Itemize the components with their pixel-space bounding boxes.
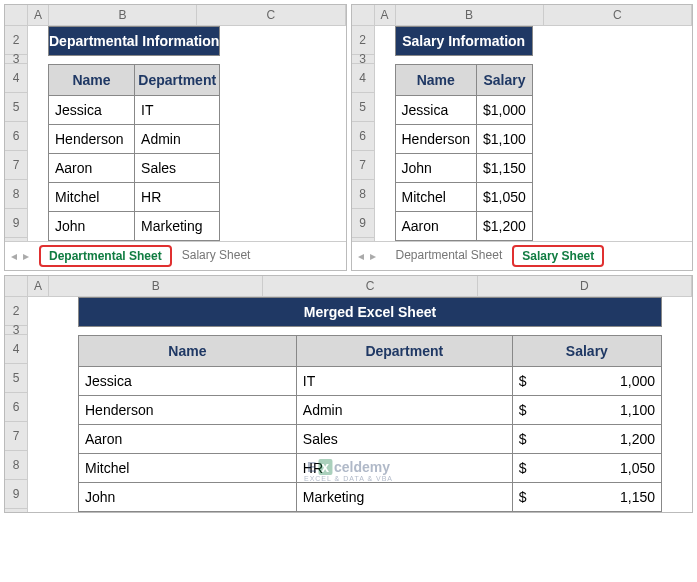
row-num[interactable]: 2: [5, 297, 27, 326]
merged-title: Merged Excel Sheet: [78, 297, 662, 327]
table-row[interactable]: John$1,150: [395, 154, 532, 183]
row-num[interactable]: 4: [5, 335, 27, 364]
column-headers: A B C D: [5, 276, 692, 297]
row-num[interactable]: 2: [352, 26, 374, 55]
col-b[interactable]: B: [49, 276, 263, 296]
table-row[interactable]: AaronSales$1,200: [79, 425, 662, 454]
row-num[interactable]: 4: [5, 64, 27, 93]
row-num[interactable]: 8: [352, 180, 374, 209]
row-num[interactable]: 6: [352, 122, 374, 151]
th-name[interactable]: Name: [395, 65, 477, 96]
col-a[interactable]: A: [375, 5, 396, 25]
row-num[interactable]: 8: [5, 451, 27, 480]
row-num[interactable]: 3: [352, 55, 374, 64]
tab-departmental[interactable]: Departmental Sheet: [39, 245, 172, 267]
sheet-tabs: ◂ ▸ Departmental Sheet Salary Sheet: [352, 241, 693, 270]
row-headers: 2 3 4 5 6 7 8 9: [352, 26, 375, 241]
table-row[interactable]: HendersonAdmin$1,100: [79, 396, 662, 425]
th-salary[interactable]: Salary: [512, 336, 661, 367]
table-row[interactable]: JohnMarketing$1,150: [79, 483, 662, 512]
merged-panel: A B C D 2 3 4 5 6 7 8 9 Merged Excel She…: [4, 275, 693, 513]
dept-title: Departmental Information: [48, 26, 220, 56]
sheet-tabs: ◂ ▸ Departmental Sheet Salary Sheet: [5, 241, 346, 270]
table-row[interactable]: AaronSales: [49, 154, 220, 183]
table-row[interactable]: Mitchel$1,050: [395, 183, 532, 212]
th-name[interactable]: Name: [79, 336, 297, 367]
row-num[interactable]: 5: [5, 364, 27, 393]
col-a[interactable]: A: [28, 5, 49, 25]
table-row[interactable]: Jessica$1,000: [395, 96, 532, 125]
row-num[interactable]: 7: [5, 151, 27, 180]
th-dept[interactable]: Department: [135, 65, 220, 96]
row-num[interactable]: 2: [5, 26, 27, 55]
row-num[interactable]: 5: [5, 93, 27, 122]
merged-table: Name Department Salary JessicaIT$1,000 H…: [78, 335, 662, 512]
table-row[interactable]: MitchelHR$1,050: [79, 454, 662, 483]
row-num[interactable]: 4: [352, 64, 374, 93]
table-row[interactable]: Aaron$1,200: [395, 212, 532, 241]
row-num[interactable]: 3: [5, 55, 27, 64]
salary-panel: A B C 2 3 4 5 6 7 8 9 Salary Information: [351, 4, 694, 271]
row-num[interactable]: 7: [5, 422, 27, 451]
table-row[interactable]: Henderson$1,100: [395, 125, 532, 154]
col-c[interactable]: C: [197, 5, 345, 25]
row-num[interactable]: 9: [5, 209, 27, 238]
row-num[interactable]: 6: [5, 122, 27, 151]
table-row[interactable]: JessicaIT$1,000: [79, 367, 662, 396]
col-b[interactable]: B: [396, 5, 544, 25]
th-salary[interactable]: Salary: [477, 65, 533, 96]
row-headers: 2 3 4 5 6 7 8 9: [5, 297, 28, 512]
tab-salary[interactable]: Salary Sheet: [172, 244, 261, 268]
salary-title: Salary Information: [395, 26, 533, 56]
tab-departmental[interactable]: Departmental Sheet: [386, 244, 513, 268]
row-headers: 2 3 4 5 6 7 8 9: [5, 26, 28, 241]
table-row[interactable]: JohnMarketing: [49, 212, 220, 241]
prev-sheet-icon[interactable]: ◂: [11, 249, 17, 263]
column-headers: A B C: [352, 5, 693, 26]
salary-table: Name Salary Jessica$1,000 Henderson$1,10…: [395, 64, 533, 241]
th-name[interactable]: Name: [49, 65, 135, 96]
table-row[interactable]: JessicaIT: [49, 96, 220, 125]
table-row[interactable]: MitchelHR: [49, 183, 220, 212]
row-num[interactable]: 6: [5, 393, 27, 422]
table-row[interactable]: HendersonAdmin: [49, 125, 220, 154]
tab-salary[interactable]: Salary Sheet: [512, 245, 604, 267]
col-c[interactable]: C: [263, 276, 477, 296]
next-sheet-icon[interactable]: ▸: [23, 249, 29, 263]
row-num[interactable]: 9: [5, 480, 27, 509]
next-sheet-icon[interactable]: ▸: [370, 249, 376, 263]
row-num[interactable]: 3: [5, 326, 27, 335]
row-num[interactable]: 5: [352, 93, 374, 122]
col-c[interactable]: C: [544, 5, 692, 25]
th-dept[interactable]: Department: [296, 336, 512, 367]
row-num[interactable]: 9: [352, 209, 374, 238]
departmental-panel: A B C 2 3 4 5 6 7 8 9 Departmental Infor…: [4, 4, 347, 271]
row-num[interactable]: 8: [5, 180, 27, 209]
column-headers: A B C: [5, 5, 346, 26]
prev-sheet-icon[interactable]: ◂: [358, 249, 364, 263]
col-b[interactable]: B: [49, 5, 197, 25]
col-d[interactable]: D: [478, 276, 692, 296]
row-num[interactable]: 7: [352, 151, 374, 180]
dept-table: Name Department JessicaIT HendersonAdmin…: [48, 64, 220, 241]
col-a[interactable]: A: [28, 276, 49, 296]
